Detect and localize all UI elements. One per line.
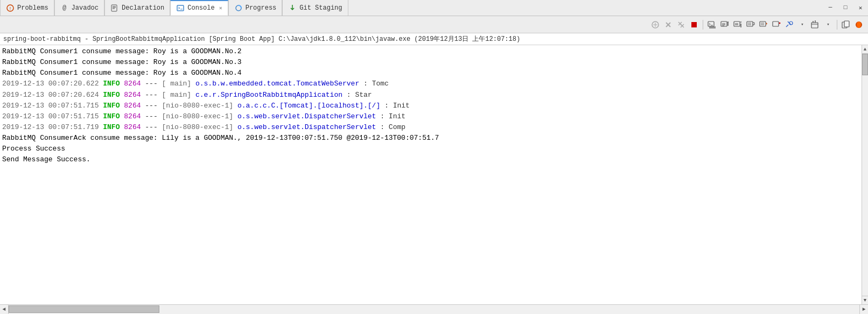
scroll-lock-button[interactable]	[758, 19, 769, 31]
scroll-track	[862, 54, 868, 296]
console-line: Process Success	[2, 144, 859, 154]
javadoc-icon: @	[60, 4, 69, 12]
run-description: spring-boot-rabbitmq - SpringBootRabbitm…	[0, 33, 868, 45]
log-logger: c.e.r.SpringBootRabbitmqApplication	[195, 91, 342, 99]
pin-button[interactable]	[783, 19, 795, 31]
svg-rect-19	[708, 22, 714, 26]
log-colon: :	[363, 80, 368, 88]
log-pid: 8264	[124, 102, 141, 110]
log-logger: o.s.b.w.embedded.tomcat.TomcatWebServer	[195, 80, 359, 88]
log-logger: o.s.web.servlet.DispatcherServlet	[237, 112, 376, 120]
console-line: 2019-12-13 00:07:20.622 INFO 8264 --- [ …	[2, 78, 859, 89]
progress-icon	[234, 4, 243, 12]
clear-button[interactable]	[771, 19, 782, 31]
log-separator: ---	[145, 123, 157, 131]
log-level: INFO	[103, 112, 120, 120]
tab-declaration-label: Declaration	[122, 4, 164, 12]
log-separator: ---	[145, 80, 157, 88]
pin-dropdown-button[interactable]: ▾	[796, 19, 808, 31]
minimize-button[interactable]: ─	[823, 0, 838, 15]
open-console-button[interactable]	[809, 19, 821, 31]
log-separator: ---	[145, 102, 157, 110]
eclipse-icon-button[interactable]	[853, 19, 865, 31]
scroll-left-button[interactable]: ◄	[0, 305, 9, 314]
log-thread: [nio-8080-exec-1]	[162, 112, 234, 120]
tab-gitstaging[interactable]: Git Staging	[282, 0, 348, 16]
tab-javadoc-label: Javadoc	[72, 4, 99, 12]
tab-javadoc[interactable]: @ Javadoc	[54, 0, 104, 16]
horizontal-scrollbar: ◄ ►	[0, 304, 868, 314]
tab-progress[interactable]: Progress	[228, 0, 283, 16]
new-console-button[interactable]	[706, 19, 718, 31]
tab-console-close[interactable]: ✕	[219, 5, 222, 11]
console-line: 2019-12-13 00:07:51.715 INFO 8264 --- [n…	[2, 101, 859, 111]
restore-button[interactable]: □	[838, 0, 853, 15]
svg-rect-18	[691, 22, 697, 27]
log-level: INFO	[103, 123, 120, 131]
problems-icon: !	[6, 4, 15, 12]
log-separator: ---	[145, 112, 157, 120]
declaration-icon	[110, 4, 119, 12]
console-line: RabbitMQ Consumer1 consume message: Roy …	[2, 57, 859, 68]
log-thread: [nio-8080-exec-1]	[162, 123, 234, 131]
log-colon: :	[347, 91, 351, 99]
console-line: 2019-12-13 00:07:51.719 INFO 8264 --- [n…	[2, 122, 859, 133]
log-msg: Comp	[384, 123, 405, 131]
svg-rect-6	[177, 5, 184, 11]
log-logger: o.s.web.servlet.DispatcherServlet	[237, 123, 376, 131]
log-pid: 8264	[124, 80, 141, 88]
log-thread: [nio-8080-exec-1]	[162, 102, 234, 110]
svg-rect-40	[773, 22, 779, 26]
tab-declaration[interactable]: Declaration	[104, 0, 170, 16]
separator-2	[837, 20, 837, 30]
expand-button[interactable]	[732, 19, 744, 31]
log-thread: [ main]	[162, 91, 192, 99]
console-output[interactable]: RabbitMQ Consumer1 consume message: Roy …	[0, 45, 862, 304]
log-thread: [ main]	[162, 80, 192, 88]
console-wrapper: RabbitMQ Consumer1 consume message: Roy …	[0, 45, 868, 304]
terminate-all-button[interactable]	[675, 19, 687, 31]
scroll-down-button[interactable]: ▼	[862, 296, 868, 304]
stop-button[interactable]	[688, 19, 700, 31]
svg-point-51	[857, 22, 861, 28]
console-line: RabbitMQ Consumer1 consume message: Roy …	[2, 68, 859, 78]
scroll-up-button[interactable]: ▲	[862, 45, 868, 54]
log-timestamp: 2019-12-13 00:07:51.719	[2, 123, 99, 131]
console-line: 2019-12-13 00:07:51.715 INFO 8264 --- [n…	[2, 111, 859, 122]
log-pid: 8264	[124, 91, 141, 99]
duplicate-button[interactable]	[840, 19, 852, 31]
log-pid: 8264	[124, 123, 141, 131]
copy-output-button[interactable]	[649, 19, 661, 31]
tab-progress-label: Progress	[246, 4, 277, 12]
log-msg: Init	[384, 112, 405, 120]
svg-rect-37	[760, 22, 766, 26]
close-button[interactable]: ✕	[853, 0, 868, 15]
scroll-thumb[interactable]	[862, 54, 868, 75]
h-scroll-thumb[interactable]	[9, 305, 159, 313]
toolbar: ▾ ▾	[0, 16, 868, 33]
scroll-right-button[interactable]: ►	[859, 305, 868, 314]
log-msg: Tomc	[368, 80, 389, 88]
tab-problems[interactable]: ! Problems	[0, 0, 54, 16]
tab-console-label: Console	[187, 4, 214, 12]
svg-rect-2	[111, 5, 117, 11]
collapse-button[interactable]	[719, 19, 731, 31]
svg-text:!: !	[9, 6, 11, 12]
log-timestamp: 2019-12-13 00:07:20.622	[2, 80, 99, 88]
svg-rect-34	[747, 22, 753, 26]
tab-console[interactable]: Console ✕	[170, 0, 228, 16]
toggle-word-wrap-button[interactable]	[745, 19, 757, 31]
tab-bar: ! Problems @ Javadoc Declaration Console…	[0, 0, 868, 16]
log-level: INFO	[103, 80, 120, 88]
terminate-button[interactable]	[662, 19, 674, 31]
h-scroll-track	[9, 305, 859, 314]
log-colon: :	[384, 102, 389, 110]
open-dropdown-button[interactable]: ▾	[822, 19, 834, 31]
log-timestamp: 2019-12-13 00:07:20.624	[2, 91, 99, 99]
log-timestamp: 2019-12-13 00:07:51.715	[2, 102, 99, 110]
log-separator: ---	[145, 91, 157, 99]
console-line: RabbitMQ ConsumerAck consume message: Li…	[2, 133, 859, 144]
gitstaging-icon	[288, 4, 297, 12]
console-line: 2019-12-13 00:07:20.624 INFO 8264 --- [ …	[2, 90, 859, 101]
log-msg: Init	[389, 102, 410, 110]
